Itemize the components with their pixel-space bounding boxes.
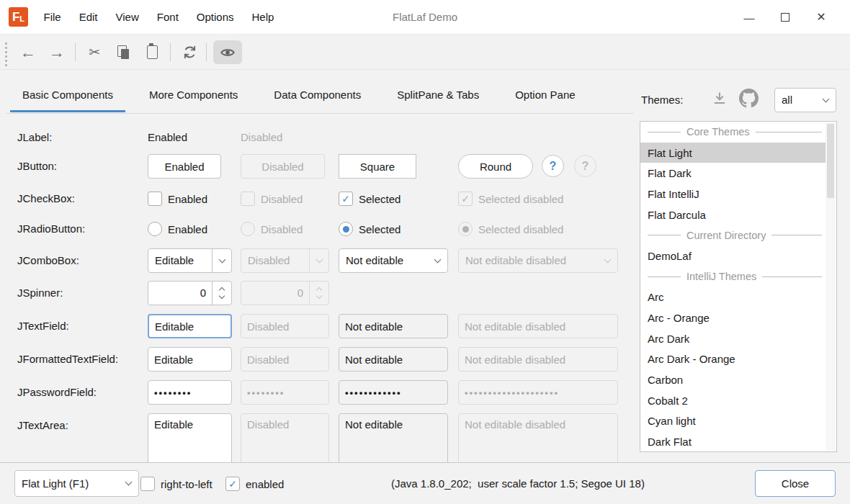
right-to-left-checkbox[interactable]: right-to-left (140, 463, 212, 504)
checkbox-enabled[interactable]: Enabled (148, 186, 207, 211)
theme-list-scrollbar[interactable] (826, 122, 836, 451)
radio-enabled[interactable]: Enabled (148, 217, 207, 241)
forward-button[interactable]: → (43, 40, 71, 64)
theme-list-item[interactable]: Flat Light (640, 143, 826, 163)
help-button[interactable]: ? (542, 155, 564, 177)
combobox-editable[interactable]: Editable (148, 248, 232, 273)
minimize-icon: — (744, 12, 755, 23)
laf-combobox[interactable]: Flat Light (F1) (14, 470, 139, 497)
scrollbar-thumb[interactable] (827, 124, 834, 198)
minimize-button[interactable]: — (731, 0, 767, 35)
tab-data-components[interactable]: Data Components (261, 78, 373, 113)
paste-button[interactable] (138, 40, 166, 64)
title-bar: FL FlatLaf Demo File Edit View Font Opti… (0, 0, 850, 35)
theme-list-item[interactable]: Arc - Orange (640, 307, 826, 328)
tab-separator-line (6, 113, 634, 114)
theme-list-item[interactable]: Flat IntelliJ (640, 184, 826, 204)
combobox-arrow[interactable] (816, 89, 836, 112)
textfield-editable[interactable] (148, 314, 232, 338)
password-editable-input[interactable] (148, 381, 231, 404)
chevron-down-icon (823, 95, 830, 102)
app-icon[interactable]: FL (9, 7, 28, 27)
menu-font[interactable]: Font (148, 0, 187, 35)
spinner-disabled: 0 (241, 281, 329, 305)
close-window-button[interactable]: ✕ (803, 0, 839, 35)
toolbar-grip-handle[interactable] (5, 42, 7, 66)
tab-option-pane[interactable]: Option Pane (503, 78, 587, 113)
copy-button[interactable] (109, 40, 137, 64)
radio-icon[interactable] (148, 222, 162, 236)
passwordfield-editable[interactable] (148, 380, 232, 405)
combobox-not-editable[interactable]: Not editable (339, 248, 448, 273)
theme-list-separator: Core Themes (640, 122, 836, 143)
refresh-button[interactable] (176, 40, 203, 64)
password-not-editable-disabled-input (459, 381, 617, 404)
combobox-arrow[interactable] (119, 471, 138, 496)
round-button[interactable]: Round (458, 154, 533, 179)
theme-list-item[interactable]: Cyan light (640, 411, 826, 432)
cut-button[interactable]: ✂ (81, 40, 108, 64)
row-jpasswordfield: JPasswordField: (0, 380, 634, 405)
theme-list-item[interactable]: Carbon (640, 369, 826, 390)
back-button[interactable]: ← (14, 40, 42, 64)
theme-filter-value: all (775, 89, 816, 112)
textfield-editable-input[interactable] (149, 315, 231, 337)
github-button[interactable] (739, 89, 759, 108)
formatted-editable-input[interactable] (148, 348, 231, 371)
formatted-textfield-disabled (241, 347, 329, 372)
app-icon-letter: F (12, 11, 19, 23)
enabled-button[interactable]: Enabled (148, 154, 221, 179)
theme-list-item[interactable]: Arc (640, 287, 826, 308)
menu-view[interactable]: View (107, 0, 148, 35)
theme-list-item[interactable]: DemoLaf (640, 246, 826, 266)
square-button[interactable]: Square (339, 154, 416, 179)
close-button[interactable]: Close (755, 470, 836, 497)
theme-list-item[interactable]: Arc Dark - Orange (640, 349, 826, 370)
tab-splitpane-tabs[interactable]: SplitPane & Tabs (385, 78, 491, 113)
row-jtextarea: JTextArea: Editable Disabled Not editabl… (0, 413, 634, 462)
checkbox-icon[interactable] (148, 192, 162, 206)
tab-more-components[interactable]: More Components (137, 78, 250, 113)
combobox-arrow[interactable] (428, 249, 447, 272)
toolbar: ← → ✂ (0, 35, 850, 70)
formatted-disabled-input (241, 348, 328, 371)
spinner[interactable]: 0 (148, 281, 232, 305)
checkbox-checked-icon[interactable]: ✓ (225, 477, 240, 491)
maximize-button[interactable] (767, 0, 803, 35)
download-themes-button[interactable] (712, 91, 728, 107)
theme-list-item[interactable]: Dark Flat (640, 431, 826, 452)
theme-filter-combobox[interactable]: all (774, 88, 836, 112)
github-icon (739, 89, 759, 108)
combobox-not-editable-disabled: Not editable disabled (458, 248, 618, 273)
checkbox-selected[interactable]: ✓Selected (339, 186, 401, 211)
menu-options[interactable]: Options (187, 0, 243, 35)
menu-file[interactable]: File (35, 0, 70, 35)
theme-list-item[interactable]: Flat Darcula (640, 204, 826, 225)
radio-selected-icon[interactable] (339, 222, 353, 236)
textarea-editable[interactable]: Editable (148, 413, 232, 462)
row-label: JLabel: (17, 125, 52, 150)
cut-icon: ✂ (89, 45, 100, 59)
chevron-down-icon (316, 256, 323, 263)
textarea-disabled: Disabled (241, 413, 329, 462)
row-jcheckbox: JCheckBox: Enabled Disabled ✓Selected ✓S… (0, 186, 634, 211)
spinner-buttons[interactable] (212, 282, 231, 305)
themes-label: Themes: (641, 90, 683, 110)
theme-list-item[interactable]: Cobalt 2 (640, 390, 826, 411)
show-hidden-toggle-button[interactable] (213, 40, 242, 64)
theme-list-item[interactable]: Arc Dark (640, 328, 826, 349)
menu-help[interactable]: Help (243, 0, 283, 35)
checkbox-icon[interactable] (140, 477, 155, 491)
enabled-checkbox[interactable]: ✓ enabled (225, 463, 284, 504)
laf-combobox-value: Flat Light (F1) (15, 471, 119, 496)
checkbox-checked-icon[interactable]: ✓ (339, 192, 353, 206)
row-label: JComboBox: (17, 248, 79, 273)
combobox-arrow[interactable] (212, 249, 231, 272)
radio-selected[interactable]: Selected (339, 217, 401, 241)
theme-list-item[interactable]: Flat Dark (640, 163, 826, 184)
row-label: JRadioButton: (17, 217, 85, 241)
tab-basic-components[interactable]: Basic Components (10, 78, 125, 113)
formatted-textfield-editable[interactable] (148, 347, 232, 372)
spinner-buttons (309, 282, 328, 305)
menu-edit[interactable]: Edit (70, 0, 107, 35)
